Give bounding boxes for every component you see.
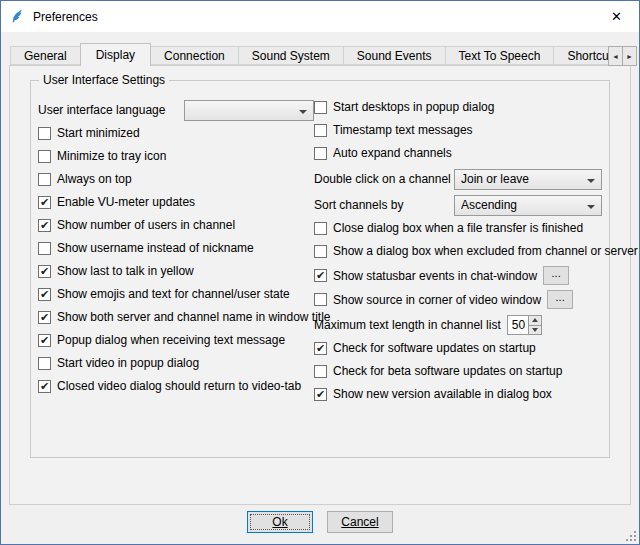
tab-display[interactable]: Display xyxy=(80,43,151,66)
check-row-vu-meter-updates[interactable]: ✔Enable VU-meter updates xyxy=(38,194,314,210)
cancel-button[interactable]: Cancel xyxy=(327,511,393,533)
group-title: User Interface Settings xyxy=(39,73,169,87)
checkbox-desktops-popup-dialog[interactable] xyxy=(314,101,327,114)
chevron-down-icon xyxy=(299,110,307,114)
tab-bar: GeneralDisplayConnectionSound SystemSoun… xyxy=(10,43,623,66)
checkbox-username-instead-nickname[interactable] xyxy=(38,242,51,255)
checkbox-label: Check for software updates on startup xyxy=(333,341,536,355)
down-arrow-icon xyxy=(532,328,538,332)
check-row-timestamp-text-messages[interactable]: Timestamp text messages xyxy=(314,122,602,138)
ok-button[interactable]: Ok xyxy=(247,511,313,533)
checkbox-label: Show username instead of nickname xyxy=(57,241,254,255)
resize-grip[interactable] xyxy=(624,529,637,542)
spin-up-button[interactable] xyxy=(529,316,541,325)
checkbox-label: Show new version available in dialog box xyxy=(333,387,552,401)
checkbox-dialog-when-excluded[interactable] xyxy=(314,245,327,258)
spin-value: 50 xyxy=(508,316,528,334)
check-row-video-popup-dialog[interactable]: Start video in popup dialog xyxy=(38,355,314,371)
check-row-close-on-file-transfer-finished[interactable]: Close dialog box when a file transfer is… xyxy=(314,220,602,236)
checkbox-video-popup-dialog[interactable] xyxy=(38,357,51,370)
check-row-closed-video-return-tab[interactable]: ✔Closed video dialog should return to vi… xyxy=(38,378,314,394)
checkbox-vu-meter-updates[interactable]: ✔ xyxy=(38,196,51,209)
checkbox-label: Timestamp text messages xyxy=(333,123,473,137)
check-row-check-software-updates[interactable]: ✔Check for software updates on startup xyxy=(314,340,602,356)
checkbox-close-on-file-transfer-finished[interactable] xyxy=(314,222,327,235)
combo-sort-channels-by[interactable]: Ascending xyxy=(454,195,602,216)
preferences-window: Preferences ✕ GeneralDisplayConnectionSo… xyxy=(0,0,640,545)
tab-text-to-speech[interactable]: Text To Speech xyxy=(445,46,555,65)
more-button-statusbar-events-chat-window[interactable]: ... xyxy=(543,266,569,285)
tab-general[interactable]: General xyxy=(10,46,81,65)
checkbox-label: Show both server and channel name in win… xyxy=(57,310,331,324)
spin-down-button[interactable] xyxy=(529,325,541,335)
checkbox-label: Close dialog box when a file transfer is… xyxy=(333,221,583,235)
spin-label: Maximum text length in channel list xyxy=(314,318,501,332)
combo-row-ui-language: User interface language xyxy=(38,99,314,121)
check-row-desktops-popup-dialog[interactable]: Start desktops in popup dialog xyxy=(314,99,602,115)
checkbox-label: Show number of users in channel xyxy=(57,218,235,232)
combo-double-click-channel[interactable]: Join or leave xyxy=(454,169,602,190)
check-row-start-minimized[interactable]: Start minimized xyxy=(38,125,314,141)
check-row-new-version-dialog-box[interactable]: ✔Show new version available in dialog bo… xyxy=(314,386,602,402)
combo-label: User interface language xyxy=(38,103,165,117)
checkbox-start-minimized[interactable] xyxy=(38,127,51,140)
checkbox-minimize-to-tray[interactable] xyxy=(38,150,51,163)
titlebar: Preferences ✕ xyxy=(1,1,639,32)
check-row-popup-on-text-message[interactable]: ✔Popup dialog when receiving text messag… xyxy=(38,332,314,348)
tab-scroll-right-button[interactable]: ► xyxy=(622,46,637,66)
checkbox-always-on-top[interactable] xyxy=(38,173,51,186)
combo-value: Ascending xyxy=(461,198,517,212)
check-row-minimize-to-tray[interactable]: Minimize to tray icon xyxy=(38,148,314,164)
up-arrow-icon xyxy=(532,318,538,322)
checkbox-label: Check for beta software updates on start… xyxy=(333,364,562,378)
checkbox-label: Always on top xyxy=(57,172,132,186)
check-row-show-user-count[interactable]: ✔Show number of users in channel xyxy=(38,217,314,233)
checkbox-label: Show statusbar events in chat-window xyxy=(333,269,537,283)
checkbox-label: Start video in popup dialog xyxy=(57,356,199,370)
checkbox-server-channel-in-title[interactable]: ✔ xyxy=(38,311,51,324)
checkbox-label: Show source in corner of video window xyxy=(333,293,541,307)
checkbox-check-software-updates[interactable]: ✔ xyxy=(314,342,327,355)
checkbox-show-user-count[interactable]: ✔ xyxy=(38,219,51,232)
check-row-server-channel-in-title[interactable]: ✔Show both server and channel name in wi… xyxy=(38,309,314,325)
tab-connection[interactable]: Connection xyxy=(150,46,239,65)
checkbox-check-beta-updates[interactable] xyxy=(314,365,327,378)
app-feather-icon xyxy=(10,9,26,25)
group-user-interface-settings: User Interface Settings User interface l… xyxy=(30,80,610,458)
right-column: Start desktops in popup dialogTimestamp … xyxy=(314,99,602,451)
checkbox-label: Minimize to tray icon xyxy=(57,149,166,163)
tab-sound-system[interactable]: Sound System xyxy=(238,46,344,65)
combo-ui-language[interactable] xyxy=(184,100,314,121)
checkbox-statusbar-events-chat-window[interactable]: ✔ xyxy=(314,269,327,282)
check-row-dialog-when-excluded[interactable]: Show a dialog box when excluded from cha… xyxy=(314,243,602,259)
checkbox-source-corner-video-window[interactable] xyxy=(314,293,327,306)
check-row-username-instead-nickname[interactable]: Show username instead of nickname xyxy=(38,240,314,256)
close-button[interactable]: ✕ xyxy=(594,1,639,32)
tab-sound-events[interactable]: Sound Events xyxy=(343,46,446,65)
checkbox-label: Auto expand channels xyxy=(333,146,452,160)
check-row-source-corner-video-window[interactable]: Show source in corner of video window... xyxy=(314,290,602,309)
checkbox-label: Show a dialog box when excluded from cha… xyxy=(333,244,638,258)
spinbox-max-text-length-channel-list[interactable]: 50 xyxy=(507,315,542,335)
checkbox-closed-video-return-tab[interactable]: ✔ xyxy=(38,380,51,393)
check-row-auto-expand-channels[interactable]: Auto expand channels xyxy=(314,145,602,161)
check-row-always-on-top[interactable]: Always on top xyxy=(38,171,314,187)
checkbox-popup-on-text-message[interactable]: ✔ xyxy=(38,334,51,347)
checkbox-label: Popup dialog when receiving text message xyxy=(57,333,285,347)
check-row-emojis-and-text-state[interactable]: ✔Show emojis and text for channel/user s… xyxy=(38,286,314,302)
ok-label: Ok xyxy=(272,515,287,529)
checkbox-new-version-dialog-box[interactable]: ✔ xyxy=(314,388,327,401)
check-row-statusbar-events-chat-window[interactable]: ✔Show statusbar events in chat-window... xyxy=(314,266,602,285)
checkbox-timestamp-text-messages[interactable] xyxy=(314,124,327,137)
check-row-check-beta-updates[interactable]: Check for beta software updates on start… xyxy=(314,363,602,379)
checkbox-emojis-and-text-state[interactable]: ✔ xyxy=(38,288,51,301)
more-button-source-corner-video-window[interactable]: ... xyxy=(547,290,573,309)
chevron-down-icon xyxy=(587,205,595,209)
combo-label: Double click on a channel xyxy=(314,172,451,186)
check-row-last-to-talk-yellow[interactable]: ✔Show last to talk in yellow xyxy=(38,263,314,279)
checkbox-label: Show emojis and text for channel/user st… xyxy=(57,287,290,301)
settings-columns: User interface languageStart minimizedMi… xyxy=(38,99,602,451)
tab-scroll-left-button[interactable]: ◄ xyxy=(608,46,623,66)
checkbox-last-to-talk-yellow[interactable]: ✔ xyxy=(38,265,51,278)
checkbox-auto-expand-channels[interactable] xyxy=(314,147,327,160)
